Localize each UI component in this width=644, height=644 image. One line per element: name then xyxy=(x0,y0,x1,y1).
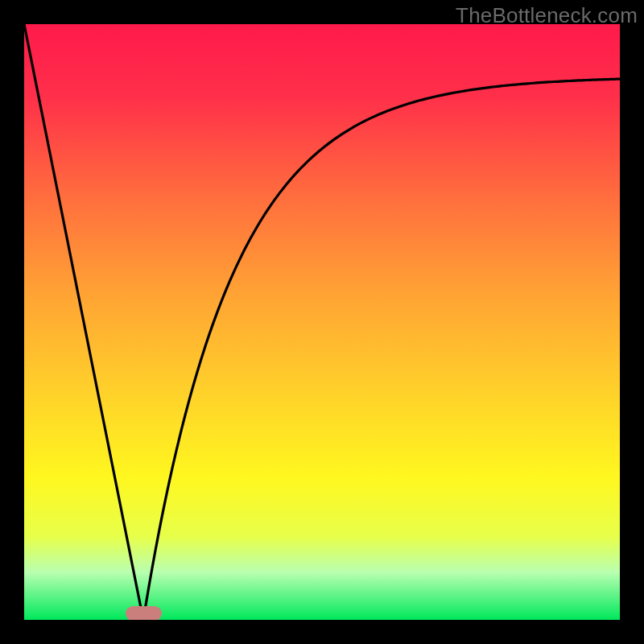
watermark-text: TheBottleneck.com xyxy=(456,3,638,28)
optimum-marker xyxy=(126,606,162,620)
bottleneck-curve xyxy=(24,24,620,620)
plot-area xyxy=(24,24,620,620)
outer-frame: TheBottleneck.com xyxy=(0,0,644,644)
